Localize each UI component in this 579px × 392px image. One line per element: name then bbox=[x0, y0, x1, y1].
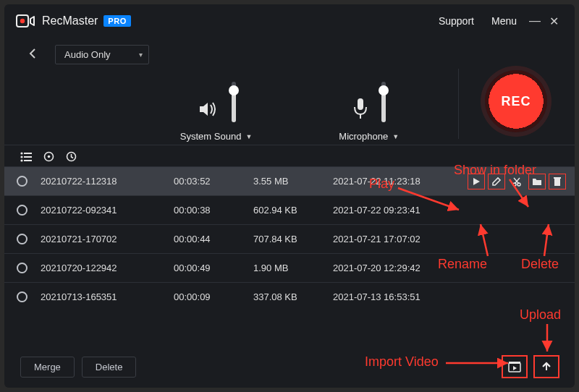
back-button[interactable] bbox=[23, 46, 42, 64]
svg-point-1 bbox=[20, 19, 25, 23]
row-checkbox[interactable] bbox=[17, 205, 28, 216]
titlebar: RecMaster PRO Support Menu — ✕ bbox=[4, 4, 575, 38]
list-view-icon[interactable] bbox=[20, 152, 32, 162]
microphone-slider[interactable] bbox=[381, 82, 386, 122]
import-video-button[interactable] bbox=[502, 356, 527, 378]
system-sound-dropdown[interactable]: System Sound ▼ bbox=[180, 131, 252, 142]
recording-size: 337.08 KB bbox=[253, 291, 333, 302]
table-row[interactable]: 20210722-11231800:03:523.55 MB2021-07-22… bbox=[4, 166, 575, 195]
footer: Merge Delete bbox=[4, 347, 575, 388]
svg-rect-2 bbox=[358, 98, 363, 110]
recording-duration: 00:00:44 bbox=[174, 234, 253, 244]
row-actions bbox=[468, 174, 575, 189]
delete-row-button[interactable] bbox=[549, 174, 566, 189]
recording-list-toolbar bbox=[4, 145, 575, 166]
recording-datetime: 2021-07-13 16:53:51 bbox=[333, 291, 468, 302]
microphone-control: Microphone ▼ bbox=[339, 79, 399, 142]
cut-button[interactable] bbox=[508, 174, 525, 189]
close-button[interactable]: ✕ bbox=[544, 14, 563, 28]
record-button[interactable]: REC bbox=[485, 70, 547, 132]
speaker-icon bbox=[197, 98, 219, 122]
recording-duration: 00:00:49 bbox=[174, 263, 253, 273]
chevron-down-icon: ▼ bbox=[392, 133, 399, 140]
recording-size: 602.94 KB bbox=[253, 205, 333, 216]
table-row[interactable]: 20210720-12294200:00:491.90 MB2021-07-20… bbox=[4, 253, 575, 282]
svg-rect-5 bbox=[24, 153, 32, 154]
svg-point-6 bbox=[20, 155, 22, 158]
svg-point-11 bbox=[48, 155, 51, 158]
microphone-dropdown[interactable]: Microphone ▼ bbox=[339, 131, 399, 142]
recording-datetime: 2021-07-21 17:07:02 bbox=[333, 234, 468, 244]
recording-mode-value: Audio Only bbox=[64, 49, 111, 60]
recording-name: 20210721-170702 bbox=[39, 234, 174, 244]
app-window: RecMaster PRO Support Menu — ✕ Audio Onl… bbox=[4, 4, 575, 388]
delete-button[interactable]: Delete bbox=[82, 357, 137, 378]
recording-table: 20210722-11231800:03:523.55 MB2021-07-22… bbox=[4, 166, 575, 311]
table-row[interactable]: 20210713-16535100:00:09337.08 KB2021-07-… bbox=[4, 282, 575, 311]
recording-datetime: 2021-07-22 11:23:18 bbox=[333, 176, 468, 187]
merge-button[interactable]: Merge bbox=[20, 357, 75, 378]
svg-rect-7 bbox=[24, 156, 32, 158]
minimize-button[interactable]: — bbox=[525, 14, 544, 27]
upload-button[interactable] bbox=[534, 356, 559, 378]
svg-point-4 bbox=[20, 152, 22, 154]
table-row[interactable]: 20210722-09234100:00:38602.94 KB2021-07-… bbox=[4, 195, 575, 224]
recording-datetime: 2021-07-20 12:29:42 bbox=[333, 263, 468, 273]
svg-rect-16 bbox=[554, 177, 561, 179]
play-button[interactable] bbox=[468, 174, 485, 189]
recording-size: 3.55 MB bbox=[253, 176, 333, 187]
svg-rect-15 bbox=[554, 179, 560, 186]
microphone-icon bbox=[352, 97, 368, 122]
divider bbox=[458, 69, 459, 139]
recording-duration: 00:03:52 bbox=[174, 176, 253, 187]
recording-name: 20210713-165351 bbox=[39, 291, 174, 302]
settings-gear-icon[interactable] bbox=[43, 151, 54, 162]
show-in-folder-button[interactable] bbox=[528, 174, 546, 189]
row-checkbox[interactable] bbox=[17, 291, 28, 302]
recording-duration: 00:00:38 bbox=[174, 205, 253, 216]
recording-duration: 00:00:09 bbox=[174, 291, 253, 302]
chevron-down-icon: ▾ bbox=[139, 51, 143, 59]
system-sound-control: System Sound ▼ bbox=[180, 79, 252, 142]
audio-controls: System Sound ▼ Microphone bbox=[4, 69, 575, 145]
recording-size: 1.90 MB bbox=[253, 263, 333, 273]
row-checkbox[interactable] bbox=[17, 176, 28, 187]
recording-mode-select[interactable]: Audio Only ▾ bbox=[55, 45, 149, 64]
system-sound-slider[interactable] bbox=[232, 82, 236, 122]
rename-button[interactable] bbox=[488, 174, 505, 189]
app-title: RecMaster bbox=[42, 14, 98, 27]
recording-datetime: 2021-07-22 09:23:41 bbox=[333, 205, 468, 216]
recording-name: 20210720-122942 bbox=[39, 263, 174, 273]
pro-badge: PRO bbox=[103, 15, 130, 27]
svg-rect-18 bbox=[509, 362, 520, 364]
chevron-down-icon: ▼ bbox=[245, 133, 252, 140]
svg-rect-9 bbox=[24, 160, 32, 161]
app-logo-icon bbox=[16, 14, 35, 28]
recording-size: 707.84 KB bbox=[253, 234, 333, 244]
top-controls: Audio Only ▾ bbox=[4, 38, 575, 69]
table-row[interactable]: 20210721-17070200:00:44707.84 KB2021-07-… bbox=[4, 224, 575, 253]
schedule-clock-icon[interactable] bbox=[66, 151, 77, 162]
recording-name: 20210722-092341 bbox=[39, 205, 174, 216]
menu-link[interactable]: Menu bbox=[491, 15, 517, 27]
support-link[interactable]: Support bbox=[439, 15, 474, 27]
recording-name: 20210722-112318 bbox=[39, 176, 174, 187]
row-checkbox[interactable] bbox=[17, 234, 28, 244]
row-checkbox[interactable] bbox=[17, 263, 28, 273]
svg-point-8 bbox=[20, 159, 22, 161]
